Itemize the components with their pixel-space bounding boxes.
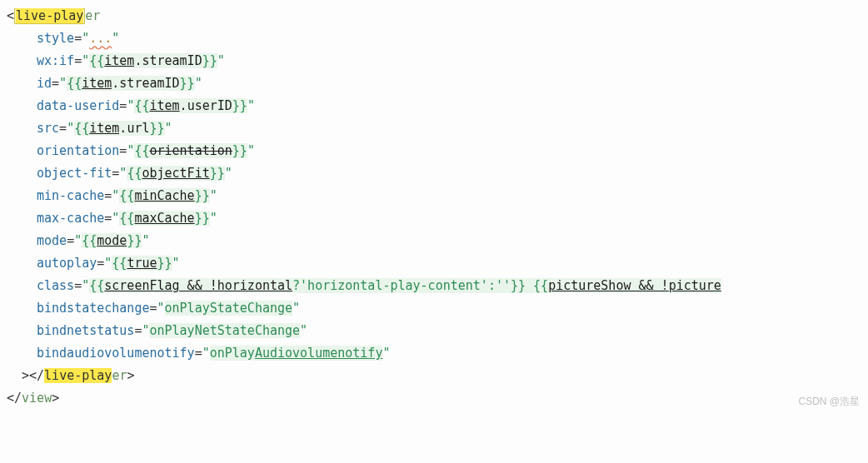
attr-name: class xyxy=(37,278,74,293)
folded-value: ... xyxy=(89,31,112,46)
code-line: bindnetstatus="onPlayNetStateChange" xyxy=(7,320,868,342)
attr-name: bindstatechange xyxy=(37,301,149,316)
tag-view: view xyxy=(22,391,52,406)
attr-name: max-cache xyxy=(37,211,104,226)
attr-name: bindaudiovolumenotify xyxy=(37,346,195,361)
code-line: </view> xyxy=(7,387,868,410)
attr-name: mode xyxy=(37,233,67,248)
tag-close-highlight: live-play xyxy=(44,368,112,383)
code-line: wx:if="{{item.streamID}}" xyxy=(7,50,868,72)
code-line: class="{{screenFlag && !horizontal?'hori… xyxy=(7,275,868,297)
attr-name: data-userid xyxy=(37,98,119,113)
attr-name: orientation xyxy=(37,143,119,158)
code-line: bindstatechange="onPlayStateChange" xyxy=(7,297,868,320)
code-line: autoplay="{{true}}" xyxy=(7,252,868,275)
attr-name: style xyxy=(37,31,74,46)
attr-name: id xyxy=(37,76,52,91)
code-line: mode="{{mode}}" xyxy=(7,230,868,252)
attr-name: bindnetstatus xyxy=(37,323,134,338)
code-line: src="{{item.url}}" xyxy=(7,117,868,140)
code-line: data-userid="{{item.userID}}" xyxy=(7,95,868,117)
code-line: object-fit="{{objectFit}}" xyxy=(7,162,868,185)
code-line: <live-player xyxy=(7,5,868,27)
angle-open: < xyxy=(7,8,14,23)
attr-name: src xyxy=(37,121,59,136)
code-line: min-cache="{{minCache}}" xyxy=(7,185,868,207)
code-line: style="..." xyxy=(7,27,868,50)
code-line: id="{{item.streamID}}" xyxy=(7,72,868,95)
tag-highlight: live-play xyxy=(16,8,83,23)
watermark: CSDN @浩星 xyxy=(798,393,860,411)
attr-name: object-fit xyxy=(37,166,112,181)
tag-box: live-play xyxy=(14,8,85,24)
attr-name: min-cache xyxy=(37,188,104,203)
tag-rest: er xyxy=(85,8,100,23)
code-line: max-cache="{{maxCache}}" xyxy=(7,207,868,230)
code-line: bindaudiovolumenotify="onPlayAudiovolume… xyxy=(7,342,868,365)
code-line: orientation="{{orientation}}" xyxy=(7,140,868,162)
code-line: ></live-player> xyxy=(7,365,868,387)
attr-name: autoplay xyxy=(37,256,97,271)
attr-name: wx:if xyxy=(37,53,74,68)
